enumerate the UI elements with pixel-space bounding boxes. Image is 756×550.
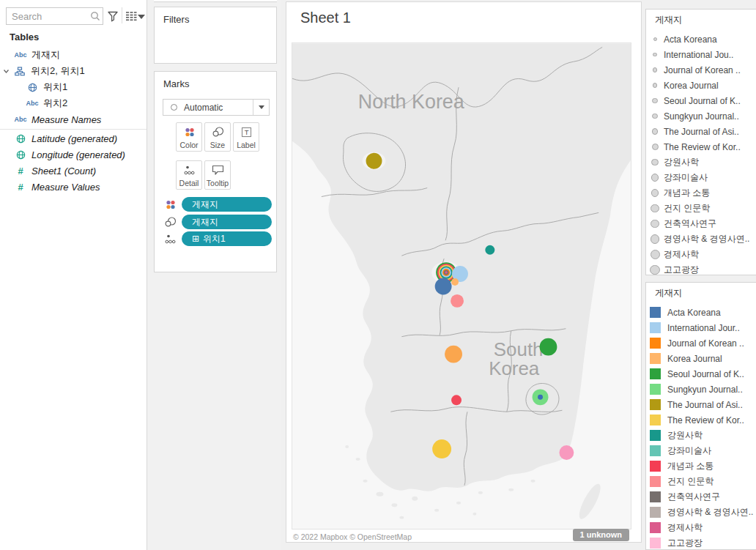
pill-게재지[interactable]: 게재지 <box>182 215 272 229</box>
color-legend-item[interactable]: 고고광장 <box>646 535 756 550</box>
map-mark[interactable] <box>432 439 451 458</box>
field-게재지[interactable]: Abc게재지 <box>0 47 147 63</box>
filter-funnel-icon[interactable] <box>105 9 120 23</box>
pane-menu-caret-icon[interactable] <box>138 15 145 19</box>
chevron-down-icon[interactable] <box>1 68 11 75</box>
size-legend-item[interactable]: Korea Journal <box>646 78 756 93</box>
field-label: Latitude (generated) <box>32 133 117 144</box>
globe-icon <box>23 83 41 92</box>
map-mark[interactable] <box>366 153 382 169</box>
color-legend-item[interactable]: The Journal of Asi.. <box>646 397 756 412</box>
size-legend-label: International Jou.. <box>664 50 733 60</box>
color-legend-item[interactable]: 개념과 소통 <box>646 458 756 474</box>
generated-fields-list: Latitude (generated)Longitude (generated… <box>0 130 147 195</box>
size-circle-icon <box>646 114 664 119</box>
map-mark-cluster-ring[interactable] <box>445 271 448 274</box>
color-legend-item[interactable]: 강원사학 <box>646 428 756 443</box>
color-legend-item[interactable]: 건축역사연구 <box>646 489 756 505</box>
color-legend-item[interactable]: International Jour.. <box>646 320 756 335</box>
field-위치2[interactable]: Abc위치2 <box>0 95 147 111</box>
mark-type-dropdown[interactable]: Automatic <box>163 99 270 116</box>
label-button[interactable]: TLabel <box>233 122 259 152</box>
color-legend-item[interactable]: The Review of Kor.. <box>646 412 756 428</box>
status-badge[interactable]: 1 unknown <box>573 529 629 541</box>
size-legend-item[interactable]: 건축역사연구 <box>646 216 756 231</box>
color-legend-label: 경영사학 & 경영사연.. <box>667 506 753 519</box>
size-circle-icon <box>646 220 664 228</box>
color-swatch <box>650 384 661 395</box>
filters-shelf[interactable]: Filters <box>154 7 277 64</box>
size-legend-label: 건축역사연구 <box>664 218 716 230</box>
search-box[interactable] <box>6 7 103 25</box>
map-mark[interactable] <box>445 346 462 363</box>
size-legend-item[interactable]: 경영사학 & 경영사연.. <box>646 231 756 247</box>
mark-button-label: Size <box>210 141 225 149</box>
size-legend-item[interactable]: 강좌미술사 <box>646 170 756 185</box>
view-data-grid-icon[interactable] <box>124 9 138 23</box>
map-mark[interactable] <box>451 395 462 405</box>
map-mark[interactable] <box>451 278 459 286</box>
pages-card-sliver <box>154 0 277 2</box>
size-legend-item[interactable]: Journal of Korean .. <box>646 62 756 78</box>
color-button[interactable]: Color <box>176 122 202 152</box>
map-mark[interactable] <box>451 294 464 308</box>
size-icon <box>212 123 224 141</box>
size-legend-item[interactable]: 개념과 소통 <box>646 185 756 201</box>
field-Sheet1 (Count)[interactable]: #Sheet1 (Count) <box>0 163 147 179</box>
size-legend-label: 강좌미술사 <box>664 171 708 184</box>
search-input[interactable] <box>7 11 88 22</box>
detail-shelf-icon <box>163 234 177 245</box>
color-swatch <box>650 476 661 487</box>
label-icon: T <box>241 123 252 141</box>
map-canvas[interactable]: North KoreaSouthKorea <box>292 42 631 529</box>
color-legend-item[interactable]: 경제사학 <box>646 520 756 535</box>
map-mark[interactable] <box>540 338 557 356</box>
pill-게재지[interactable]: 게재지 <box>182 197 272 212</box>
color-legend-item[interactable]: Acta Koreana <box>646 305 756 320</box>
detail-button[interactable]: Detail <box>176 160 202 190</box>
size-legend-item[interactable]: The Journal of Asi.. <box>646 124 756 139</box>
field-Longitude (generated)[interactable]: Longitude (generated) <box>0 146 147 163</box>
hierarchy-icon <box>11 67 29 76</box>
color-legend-item[interactable]: 건지 인문학 <box>646 474 756 489</box>
size-legend-label: Journal of Korean .. <box>664 65 741 75</box>
color-legend-label: The Review of Kor.. <box>667 415 744 425</box>
size-legend-item[interactable]: International Jou.. <box>646 47 756 62</box>
map-mark[interactable] <box>435 278 452 295</box>
size-legend-item[interactable]: 건지 인문학 <box>646 201 756 216</box>
size-legend-item[interactable]: 고고광장 <box>646 262 756 278</box>
field-Measure Names[interactable]: AbcMeasure Names <box>0 111 147 127</box>
field-Measure Values[interactable]: #Measure Values <box>0 179 147 195</box>
chevron-down-icon <box>259 105 264 109</box>
map-mark[interactable] <box>559 445 574 460</box>
size-legend-item[interactable]: 강원사학 <box>646 155 756 170</box>
field-위치2, 위치1[interactable]: 위치2, 위치1 <box>0 63 147 79</box>
map-mark[interactable] <box>485 245 494 255</box>
tooltip-button[interactable]: Tooltip <box>204 160 231 190</box>
size-button[interactable]: Size <box>204 122 231 152</box>
size-legend-item[interactable]: The Review of Kor.. <box>646 139 756 155</box>
field-label: Measure Values <box>32 182 100 193</box>
size-legend-card: 게재지 Acta KoreanaInternational Jou..Journ… <box>645 9 756 275</box>
color-legend-item[interactable]: Sungkyun Journal.. <box>646 382 756 397</box>
marks-card: Marks Automatic ColorSizeTLabelDetailToo… <box>154 71 277 272</box>
pill-위치1[interactable]: ⊞위치1 <box>182 231 272 246</box>
detail-icon <box>184 161 195 179</box>
size-circle-icon <box>646 234 664 243</box>
color-legend-item[interactable]: 강좌미술사 <box>646 443 756 458</box>
color-legend-item[interactable]: 경영사학 & 경영사연.. <box>646 505 756 520</box>
color-swatch <box>650 445 661 456</box>
field-Latitude (generated)[interactable]: Latitude (generated) <box>0 130 147 146</box>
size-circle-icon <box>646 37 664 41</box>
map-mark-inner[interactable] <box>538 395 543 400</box>
size-legend-item[interactable]: Sungkyun Journal.. <box>646 108 756 124</box>
color-legend-item[interactable]: Journal of Korean .. <box>646 335 756 351</box>
color-legend-item[interactable]: Seoul Journal of K.. <box>646 366 756 382</box>
sheet-title: Sheet 1 <box>300 10 351 26</box>
size-legend-item[interactable]: 경제사학 <box>646 247 756 262</box>
mark-type-caret[interactable] <box>253 100 269 115</box>
color-legend-item[interactable]: Korea Journal <box>646 351 756 366</box>
size-legend-item[interactable]: Acta Koreana <box>646 31 756 47</box>
size-legend-item[interactable]: Seoul Journal of K.. <box>646 93 756 108</box>
field-위치1[interactable]: 위치1 <box>0 79 147 95</box>
